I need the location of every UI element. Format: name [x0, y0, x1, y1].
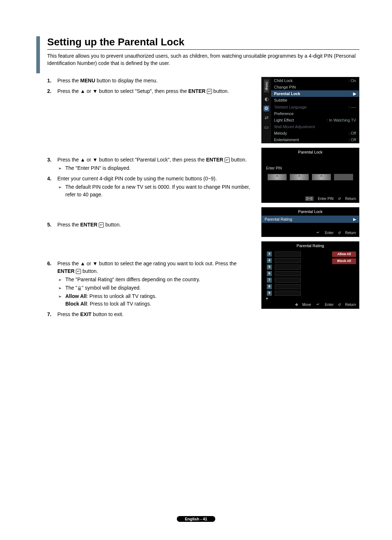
menu-item-label: Child Lock: [274, 78, 348, 83]
rating-bar: [275, 284, 301, 289]
lock-icon: [77, 286, 82, 291]
enter-label: ENTER: [80, 222, 97, 228]
menu-item-label: Teletext Language: [274, 105, 348, 109]
return-icon: ↺: [338, 231, 341, 235]
rating-number: 7: [267, 278, 272, 283]
menu-item-light-effect[interactable]: Light Effect: In Watching TV: [271, 117, 359, 123]
step-6-sub3: Allow All: Press to unlock all TV rating…: [57, 292, 254, 308]
enter-label: ENTER: [57, 268, 74, 274]
rating-number: 5: [267, 265, 272, 270]
enter-pin-label: Enter PIN: [262, 163, 359, 172]
pin-digit-1[interactable]: *: [268, 174, 287, 180]
page-number: English - 41: [177, 516, 215, 522]
step-text: Press the ▲ or ▼ button to select "Paren…: [57, 157, 206, 163]
pin-digit-2[interactable]: *: [290, 174, 309, 180]
osd-title: Parental Lock: [262, 208, 359, 216]
menu-item-preference[interactable]: Preference: [271, 110, 359, 117]
menu-item-label: Preference: [274, 111, 356, 116]
osd-title: Parental Lock: [262, 148, 359, 156]
menu-button-label: MENU: [80, 78, 95, 83]
rating-number: 3: [267, 251, 272, 257]
chevron-right-icon: ▶: [353, 217, 356, 221]
rating-item-8[interactable]: 8: [264, 283, 329, 290]
menu-item-value: : Off: [348, 131, 356, 135]
footer-enter: Enter: [325, 303, 334, 307]
menu-item-label: Subtitle: [274, 98, 356, 102]
block-all-button[interactable]: Block All: [332, 258, 356, 264]
pin-input-row: * * *: [262, 172, 359, 195]
menu-item-wall-mount-adjustment[interactable]: Wall-Mount Adjustment: [271, 123, 359, 130]
step-text: Press the: [57, 222, 80, 228]
step-text: button.: [81, 268, 98, 274]
menu-item-teletext-language[interactable]: Teletext Language: ----: [271, 104, 359, 110]
enter-icon: ↵: [225, 158, 230, 163]
menu-item-entertainment[interactable]: Entertainment: Off: [271, 136, 359, 143]
menu-item-parental-lock[interactable]: Parental Lock▶: [271, 90, 359, 97]
step-6-sub2: The "" symbol will be displayed.: [57, 284, 254, 292]
menu-item-label: Entertainment: [274, 138, 348, 142]
rating-item-3[interactable]: 3: [264, 251, 329, 257]
rating-item-9[interactable]: 9: [264, 290, 329, 296]
return-icon: ↺: [338, 303, 341, 307]
menu-item-value: : On: [348, 78, 356, 83]
step-3: Press the ▲ or ▼ button to select "Paren…: [47, 156, 254, 172]
osd-parental-rating-select: Parental Lock Parental Rating ▶ ↵ Enter …: [261, 207, 359, 237]
input-icon: ⇄: [264, 115, 269, 121]
menu-item-subtitle[interactable]: Subtitle: [271, 97, 359, 103]
menu-item-child-lock[interactable]: Child Lock: On: [271, 77, 359, 84]
rating-bar: [275, 258, 301, 263]
enter-icon: ↵: [315, 302, 320, 307]
chevron-down-icon: ▼: [262, 297, 359, 301]
allow-all-button[interactable]: Allow All: [332, 251, 356, 257]
menu-item-label: Change PIN: [274, 85, 356, 89]
pin-digit-3[interactable]: *: [312, 174, 331, 180]
rating-item-7[interactable]: 7: [264, 277, 329, 283]
rating-number: 8: [267, 284, 272, 289]
step-2: Press the ▲ or ▼ button to select "Setup…: [47, 87, 254, 95]
osd-title: Parental Rating: [262, 242, 359, 250]
step-text: button.: [104, 222, 121, 228]
enter-icon: ↵: [99, 222, 104, 228]
footer-return: Return: [345, 303, 356, 307]
enter-label: ENTER: [188, 88, 205, 94]
title-accent-bar: [36, 36, 40, 73]
pin-digit-4[interactable]: [334, 174, 353, 180]
step-1: Press the MENU button to display the men…: [47, 77, 254, 85]
enter-icon: ↵: [207, 89, 212, 94]
step-text: button.: [212, 88, 229, 94]
rating-bar: [275, 278, 301, 283]
rating-number: 4: [267, 258, 272, 263]
menu-item-value: : ----: [348, 105, 356, 109]
step-4: Enter your current 4-digit PIN code by u…: [47, 175, 254, 199]
menu-item-melody[interactable]: Melody: Off: [271, 130, 359, 136]
step-text: Press the ▲ or ▼ button to select "Setup…: [57, 88, 188, 94]
move-icon: ✥: [295, 303, 298, 307]
step-text: button to display the menu.: [95, 78, 158, 83]
parental-rating-item[interactable]: Parental Rating ▶: [262, 216, 359, 223]
footer-return: Return: [345, 197, 356, 201]
return-icon: ↺: [338, 197, 341, 201]
menu-item-change-pin[interactable]: Change PIN: [271, 84, 359, 90]
menu-item-label: Melody: [274, 131, 348, 135]
rating-item-4[interactable]: 4: [264, 257, 329, 264]
osd-enter-pin: Parental Lock Enter PIN * * * 0~9 Enter …: [261, 148, 359, 203]
step-text: Press the: [57, 78, 80, 83]
rating-item-5[interactable]: 5: [264, 264, 329, 270]
menu-item-value: : Off: [348, 138, 356, 142]
application-icon: ▭: [264, 124, 269, 130]
step-4-sub1: The default PIN code for a new TV set is…: [57, 183, 254, 199]
numeric-hint-badge: 0~9: [305, 196, 314, 201]
step-text: button to exit.: [91, 311, 123, 317]
parental-rating-label: Parental Rating: [265, 217, 292, 221]
rating-number: 9: [267, 291, 272, 296]
footer-enter: Enter: [325, 231, 334, 235]
step-text: Press the ▲ or ▼ button to select the ag…: [57, 261, 237, 266]
page-title: Setting up the Parental Lock: [47, 36, 359, 50]
menu-item-label: Light Effect: [274, 118, 327, 122]
rating-bar: [275, 291, 301, 296]
osd-setup-menu: Setup ◐ ⚙ ⇄ ▭ Child Lock: OnChange PINPa…: [261, 77, 359, 143]
menu-item-label: Parental Lock: [274, 91, 351, 96]
rating-item-6[interactable]: 6: [264, 270, 329, 277]
menu-item-value: : In Watching TV: [327, 118, 356, 122]
footer-move: Move: [302, 303, 311, 307]
